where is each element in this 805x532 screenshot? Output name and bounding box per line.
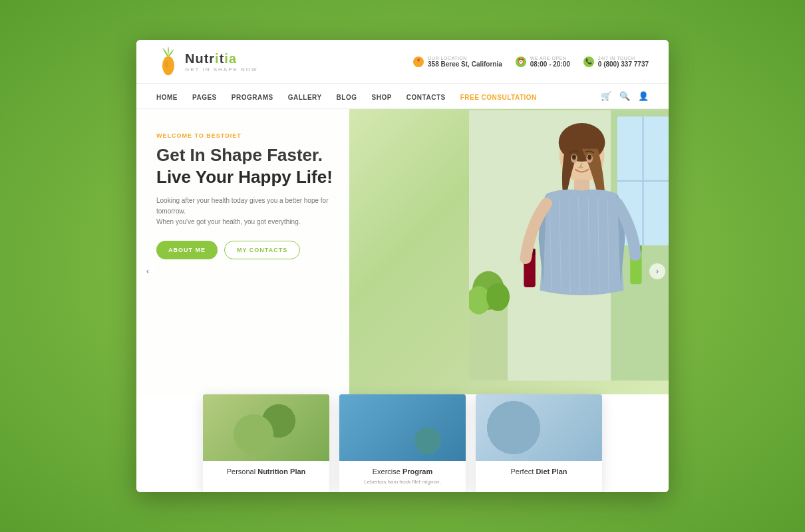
svg-rect-70: [529, 401, 589, 442]
card-nutrition: Personal Nutrition Plan: [203, 394, 329, 492]
svg-point-59: [401, 416, 411, 429]
contact-button[interactable]: MY CONTACTS: [224, 241, 300, 259]
card-exercise-desc: Leberkas.ham hock filet mignon,: [347, 478, 458, 485]
woman-silhouette: [469, 109, 669, 382]
nav-link-consultation[interactable]: FREE CONSULTATION: [460, 94, 537, 101]
svg-point-36: [587, 154, 591, 160]
svg-point-51: [308, 421, 315, 428]
svg-rect-75: [536, 412, 556, 414]
card-diet-image: [476, 394, 602, 461]
phone-value: 0 (800) 337 7737: [598, 61, 649, 68]
hero-arrow-left[interactable]: ‹: [140, 263, 156, 279]
svg-point-84: [494, 411, 508, 424]
svg-point-39: [230, 414, 276, 448]
svg-rect-69: [476, 431, 602, 461]
svg-point-43: [253, 424, 259, 429]
hero-welcome: WELCOME TO BESTDIET: [156, 132, 409, 139]
card-diet-title-bold: Diet Plan: [536, 467, 567, 475]
svg-rect-87: [496, 438, 502, 451]
card-exercise-title-bold: Program: [402, 467, 432, 475]
nav-icons: 🛒 🔍 👤: [601, 91, 649, 101]
about-button[interactable]: ABOUT ME: [156, 241, 218, 259]
svg-point-46: [269, 418, 303, 442]
phone-info: 📞 24/7 IN TOUCH 0 (800) 337 7737: [583, 56, 649, 68]
phone-text: 24/7 IN TOUCH 0 (800) 337 7737: [598, 56, 649, 68]
svg-point-47: [271, 420, 301, 440]
user-icon[interactable]: 👤: [638, 91, 649, 101]
clock-icon: ⏰: [516, 57, 526, 67]
search-icon[interactable]: 🔍: [619, 91, 630, 101]
svg-rect-72: [533, 405, 585, 437]
card-diet-title: Perfect Diet Plan: [484, 467, 594, 475]
card-diet: Perfect Diet Plan: [476, 394, 602, 492]
nav-item-blog[interactable]: BLOG: [337, 90, 357, 102]
card-exercise-image: [339, 394, 466, 461]
svg-rect-52: [339, 394, 466, 461]
nav-item-shop[interactable]: SHOP: [372, 90, 392, 102]
hero-title-line2: Live Your Happy Life!: [156, 167, 333, 187]
nav-link-pages[interactable]: PAGES: [192, 94, 217, 101]
nav-link-gallery[interactable]: GALLERY: [288, 94, 322, 101]
nav-item-programs[interactable]: PROGRAMS: [232, 90, 273, 102]
hours-label: WE ARE OPEN: [530, 56, 570, 61]
nav-link-home[interactable]: HOME: [156, 94, 178, 101]
svg-rect-53: [339, 394, 466, 434]
card-diet-body: Perfect Diet Plan: [476, 461, 602, 485]
phone-label: 24/7 IN TOUCH: [598, 56, 649, 61]
card-nutrition-body: Personal Nutrition Plan: [203, 461, 329, 485]
tagline: GET IN SHAPE NOW: [185, 66, 258, 72]
brand-name: Nutritia: [185, 51, 258, 66]
card-exercise: Exercise Program Leberkas.ham hock filet…: [339, 394, 466, 492]
nav-item-contacts[interactable]: CONTACTS: [406, 90, 446, 102]
card-nutrition-image: [203, 394, 329, 461]
hours-text: WE ARE OPEN 08:00 - 20:00: [530, 56, 570, 68]
svg-rect-57: [446, 418, 450, 438]
svg-line-62: [389, 428, 402, 441]
svg-line-64: [396, 436, 403, 448]
svg-rect-73: [534, 406, 583, 416]
logo-text: Nutritia GET IN SHAPE NOW: [185, 51, 258, 72]
hero-buttons: ABOUT ME MY CONTACTS: [156, 241, 409, 259]
svg-line-63: [410, 428, 422, 441]
cart-icon[interactable]: 🛒: [601, 91, 611, 101]
hours-value: 08:00 - 20:00: [530, 61, 570, 68]
svg-point-78: [565, 409, 578, 422]
svg-rect-77: [562, 408, 581, 424]
browser-window: Nutritia GET IN SHAPE NOW 📍 OUR LOCATION…: [136, 40, 669, 492]
location-info: 📍 OUR LOCATION 358 Beree St, California: [413, 56, 502, 68]
nav-link-blog[interactable]: BLOG: [337, 94, 357, 101]
svg-point-90: [502, 449, 512, 454]
hero-arrow-right[interactable]: ›: [649, 263, 665, 279]
nav-item-gallery[interactable]: GALLERY: [288, 90, 322, 102]
nav-item-consultation[interactable]: FREE CONSULTATION: [460, 90, 537, 102]
svg-point-66: [390, 446, 401, 452]
svg-point-41: [236, 416, 270, 439]
hero-title-line1: Get In Shape Faster.: [156, 145, 323, 165]
svg-rect-38: [216, 414, 316, 451]
hours-info: ⏰ WE ARE OPEN 08:00 - 20:00: [516, 56, 570, 68]
nav-link-shop[interactable]: SHOP: [372, 94, 392, 101]
svg-point-79: [567, 412, 575, 420]
svg-rect-71: [531, 403, 587, 440]
svg-rect-80: [554, 442, 564, 448]
site-nav: HOME PAGES PROGRAMS GALLERY BLOG SHOP CO…: [136, 84, 669, 109]
svg-point-61: [400, 404, 412, 414]
card-exercise-body: Exercise Program Leberkas.ham hock filet…: [339, 461, 466, 492]
svg-rect-54: [339, 434, 466, 461]
nav-item-pages[interactable]: PAGES: [192, 90, 217, 102]
nav-item-home[interactable]: HOME: [156, 90, 178, 102]
svg-point-58: [440, 406, 456, 426]
left-chevron-icon: ‹: [146, 267, 149, 276]
nav-link-contacts[interactable]: CONTACTS: [406, 94, 446, 101]
svg-rect-76: [536, 415, 559, 417]
cards-section: Personal Nutrition Plan: [136, 394, 669, 492]
svg-point-92: [572, 416, 591, 437]
svg-rect-37: [203, 394, 329, 461]
svg-rect-82: [492, 436, 522, 439]
svg-point-49: [234, 414, 241, 421]
svg-line-65: [408, 436, 416, 448]
header-info: 📍 OUR LOCATION 358 Beree St, California …: [413, 56, 649, 68]
nav-link-programs[interactable]: PROGRAMS: [232, 94, 273, 101]
svg-point-60: [400, 407, 412, 419]
svg-rect-74: [536, 408, 562, 410]
